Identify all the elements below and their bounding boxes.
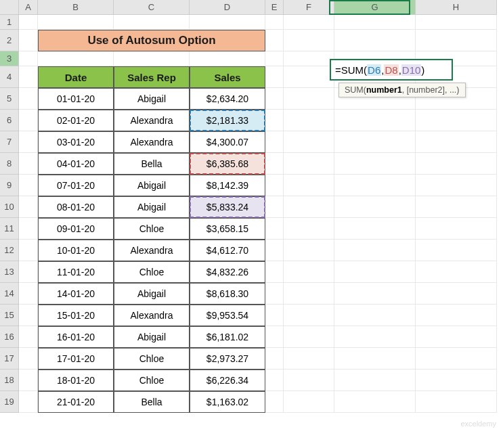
cell-F5[interactable] [284,88,334,110]
cell-F19[interactable] [284,391,334,413]
cell-D6[interactable]: $2,181.33 [190,110,265,131]
row-header-11[interactable]: 11 [0,218,19,240]
cell-A10[interactable] [19,196,38,218]
cell-A19[interactable] [19,391,38,413]
cell-F9[interactable] [284,175,334,196]
cell-A7[interactable] [19,131,38,153]
cell-B8[interactable]: 04-01-20 [38,153,114,175]
cell-A8[interactable] [19,153,38,175]
cell-C15[interactable]: Alexandra [114,305,190,326]
cell-H12[interactable] [416,240,497,261]
cell-D9[interactable]: $8,142.39 [190,175,265,196]
cell-H2[interactable] [416,30,497,51]
cell-F6[interactable] [284,110,334,131]
col-header-A[interactable]: A [19,0,38,15]
cell-H7[interactable] [416,131,497,153]
cell-A15[interactable] [19,305,38,326]
cell-D3[interactable] [190,51,265,66]
cell-F16[interactable] [284,326,334,348]
row-header-1[interactable]: 1 [0,15,19,30]
cell-E19[interactable] [265,391,284,413]
cell-E12[interactable] [265,240,284,261]
row-header-19[interactable]: 19 [0,391,19,413]
cell-D10[interactable]: $5,833.24 [190,196,265,218]
cell-D12[interactable]: $4,612.70 [190,240,265,261]
cell-B10[interactable]: 08-01-20 [38,196,114,218]
cell-B12[interactable]: 10-01-20 [38,240,114,261]
cell-B4[interactable]: Date [38,66,114,88]
cell-D4[interactable]: Sales [190,66,265,88]
cell-D15[interactable]: $9,953.54 [190,305,265,326]
select-all[interactable] [0,0,19,15]
cell-F10[interactable] [284,196,334,218]
row-header-14[interactable]: 14 [0,283,19,305]
row-header-5[interactable]: 5 [0,88,19,110]
cell-C6[interactable]: Alexandra [114,110,190,131]
cell-H9[interactable] [416,175,497,196]
cell-E6[interactable] [265,110,284,131]
cell-H11[interactable] [416,218,497,240]
row-header-17[interactable]: 17 [0,348,19,369]
cell-C3[interactable] [114,51,190,66]
cell-H17[interactable] [416,348,497,369]
cell-E9[interactable] [265,175,284,196]
cell-B5[interactable]: 01-01-20 [38,88,114,110]
cell-D1[interactable] [190,15,265,30]
cell-F2[interactable] [284,30,334,51]
cell-F4[interactable] [284,66,334,88]
cell-G2[interactable] [334,30,416,51]
cell-G16[interactable] [334,326,416,348]
cell-G15[interactable] [334,305,416,326]
cell-B19[interactable]: 21-01-20 [38,391,114,413]
cell-G7[interactable] [334,131,416,153]
cell-G19[interactable] [334,391,416,413]
cell-B13[interactable]: 11-01-20 [38,261,114,283]
cell-A12[interactable] [19,240,38,261]
cell-G11[interactable] [334,218,416,240]
cell-C14[interactable]: Abigail [114,283,190,305]
cell-C4[interactable]: Sales Rep [114,66,190,88]
cell-F8[interactable] [284,153,334,175]
cell-F13[interactable] [284,261,334,283]
cell-B3[interactable] [38,51,114,66]
cell-E5[interactable] [265,88,284,110]
cell-C17[interactable]: Chloe [114,348,190,369]
cell-G12[interactable] [334,240,416,261]
cell-G1[interactable] [334,15,416,30]
formula-input[interactable]: =SUM(D6,D8,D10) [330,59,453,81]
cell-F12[interactable] [284,240,334,261]
cell-F18[interactable] [284,369,334,391]
cell-H6[interactable] [416,110,497,131]
cell-G14[interactable] [334,283,416,305]
cell-E8[interactable] [265,153,284,175]
cell-E4[interactable] [265,66,284,88]
cell-D11[interactable]: $3,658.15 [190,218,265,240]
cell-B11[interactable]: 09-01-20 [38,218,114,240]
cell-H13[interactable] [416,261,497,283]
cell-H1[interactable] [416,15,497,30]
cell-B7[interactable]: 03-01-20 [38,131,114,153]
row-header-7[interactable]: 7 [0,131,19,153]
cell-C8[interactable]: Bella [114,153,190,175]
cell-E15[interactable] [265,305,284,326]
cell-G18[interactable] [334,369,416,391]
row-header-10[interactable]: 10 [0,196,19,218]
col-header-D[interactable]: D [190,0,265,15]
cell-C10[interactable]: Abigail [114,196,190,218]
cell-A13[interactable] [19,261,38,283]
cell-C9[interactable]: Abigail [114,175,190,196]
cell-E2[interactable] [265,30,284,51]
cell-F14[interactable] [284,283,334,305]
cell-B14[interactable]: 14-01-20 [38,283,114,305]
cell-E3[interactable] [265,51,284,66]
cell-A14[interactable] [19,283,38,305]
cell-F11[interactable] [284,218,334,240]
cell-D5[interactable]: $2,634.20 [190,88,265,110]
cell-F1[interactable] [284,15,334,30]
row-header-4[interactable]: 4 [0,66,19,88]
row-header-3[interactable]: 3 [0,51,19,66]
row-header-2[interactable]: 2 [0,30,19,51]
cell-F3[interactable] [284,51,334,66]
row-header-16[interactable]: 16 [0,326,19,348]
cell-H10[interactable] [416,196,497,218]
